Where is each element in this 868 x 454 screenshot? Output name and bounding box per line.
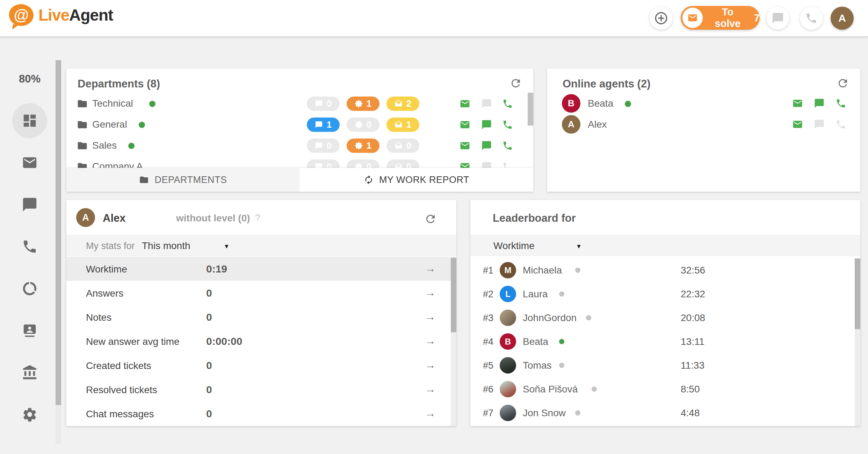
sidebar-item-contacts[interactable] <box>12 313 47 348</box>
stat-row[interactable]: Answers 0 → <box>66 281 456 305</box>
main-scrollbar[interactable] <box>56 60 61 444</box>
tab-my-work-report[interactable]: MY WORK REPORT <box>300 168 533 192</box>
call-action-icon[interactable] <box>836 98 846 109</box>
agent-avatar: L <box>500 286 516 302</box>
online-agents-title: Online agents (2) <box>563 78 650 90</box>
chevron-down-icon[interactable]: ▼ <box>576 243 582 250</box>
department-row[interactable]: Technical 012 <box>66 93 533 114</box>
department-name: Sales <box>92 140 117 151</box>
sidebar-item-dashboard[interactable] <box>12 103 47 138</box>
chats-badge: 0 <box>307 97 340 111</box>
call-action-icon[interactable] <box>502 119 513 130</box>
chats-badge: 0 <box>307 139 340 153</box>
chat-action-icon[interactable] <box>481 98 492 109</box>
to-solve-count: 7 <box>754 12 760 24</box>
agent-name: Beata <box>523 336 548 347</box>
agent-photo-avatar <box>500 310 516 326</box>
agent-photo-avatar <box>500 405 516 421</box>
mail-action-icon[interactable] <box>460 98 470 109</box>
sidebar-item-mail[interactable] <box>12 145 47 180</box>
agent-level: without level (0) <box>176 213 250 224</box>
refresh-icon[interactable] <box>424 213 437 225</box>
sidebar-item-settings-gear[interactable] <box>12 397 47 432</box>
mail-action-icon[interactable] <box>460 140 470 151</box>
leaderboard-row: #3 JohnGordon 20:08 <box>470 306 860 329</box>
mail-action-icon[interactable] <box>460 119 470 130</box>
stats-scrollbar-thumb[interactable] <box>451 258 456 332</box>
stats-for-label: My stats for <box>86 241 135 251</box>
metric-value: 32:56 <box>681 265 705 276</box>
stat-label: Notes <box>86 312 111 323</box>
chat-action-icon[interactable] <box>481 140 492 151</box>
help-icon[interactable]: ? <box>255 213 260 224</box>
main-scrollbar-thumb[interactable] <box>56 60 61 405</box>
to-solve-button[interactable]: To solve 7 <box>681 6 760 30</box>
metric-select[interactable]: Worktime <box>493 240 535 251</box>
leaderboard-scrollbar[interactable] <box>855 258 860 426</box>
chat-action-icon[interactable] <box>814 119 825 130</box>
sidebar-item-chat[interactable] <box>12 187 47 222</box>
metric-value: 22:32 <box>681 289 705 300</box>
agent-name: Beata <box>588 98 613 109</box>
call-action-icon[interactable] <box>836 119 846 130</box>
arrow-right-icon[interactable]: → <box>425 359 436 371</box>
stat-row[interactable]: New answer avg time 0:00:00 → <box>66 329 456 353</box>
chats-button[interactable] <box>766 7 789 30</box>
stat-label: Created tickets <box>86 360 151 371</box>
user-avatar[interactable]: A <box>831 7 854 30</box>
chats-icon <box>315 100 323 108</box>
arrow-right-icon[interactable]: → <box>425 286 436 299</box>
department-row[interactable]: Sales 010 <box>66 135 533 156</box>
stat-label: Chat messages <box>86 409 154 420</box>
sidebar-item-phone[interactable] <box>12 229 47 264</box>
chevron-down-icon[interactable]: ▼ <box>224 243 230 250</box>
open-mails-icon <box>395 100 403 108</box>
call-action-icon[interactable] <box>502 98 513 109</box>
rank-label: #1 <box>483 265 493 276</box>
metric-value: 8:50 <box>681 384 700 395</box>
mail-action-icon[interactable] <box>792 119 803 130</box>
arrow-right-icon[interactable]: → <box>425 335 436 347</box>
metric-value: 13:11 <box>681 336 704 347</box>
call-action-icon[interactable] <box>502 140 513 151</box>
sidebar-item-company[interactable] <box>12 355 47 390</box>
period-select[interactable]: This month <box>142 240 190 251</box>
agent-avatar: M <box>500 262 516 278</box>
tab-departments[interactable]: DEPARTMENTS <box>66 168 300 192</box>
chat-bubble-icon <box>772 12 784 24</box>
department-row[interactable]: General 101 <box>66 114 533 135</box>
leaderboard-title: Leaderboard for <box>493 212 576 225</box>
offline-dot <box>592 386 597 392</box>
arrow-right-icon[interactable]: → <box>425 262 436 275</box>
offline-dot <box>575 410 580 416</box>
leaderboard-card: Leaderboard for Worktime ▼ #1 M Michaela… <box>470 200 860 426</box>
stat-row[interactable]: Chat messages 0 → <box>66 402 456 426</box>
folder-icon <box>77 98 88 109</box>
stat-label: Worktime <box>86 264 127 275</box>
department-name: General <box>92 119 127 130</box>
stat-row[interactable]: Notes 0 → <box>66 305 456 329</box>
offline-dot <box>559 363 564 368</box>
chats-badge: 1 <box>307 118 340 132</box>
leaderboard-scrollbar-thumb[interactable] <box>855 258 860 329</box>
arrow-right-icon[interactable]: → <box>425 311 436 323</box>
mail-action-icon[interactable] <box>792 98 803 109</box>
chats-icon <box>315 121 323 129</box>
chat-action-icon[interactable] <box>481 119 492 130</box>
create-new-button[interactable] <box>650 7 673 30</box>
arrow-right-icon[interactable]: → <box>425 383 436 396</box>
stat-row[interactable]: Resolved tickets 0 → <box>66 377 456 402</box>
chat-action-icon[interactable] <box>814 98 825 109</box>
sidebar-item-reports-donut[interactable] <box>12 271 47 306</box>
refresh-icon[interactable] <box>837 77 849 90</box>
arrow-right-icon[interactable]: → <box>425 407 436 420</box>
calls-button[interactable] <box>800 7 823 30</box>
offline-dot <box>575 268 580 273</box>
agent-avatar: B <box>500 333 516 350</box>
stat-row[interactable]: Created tickets 0 → <box>66 353 456 377</box>
refresh-icon[interactable] <box>509 77 522 90</box>
stat-label: Resolved tickets <box>86 384 157 396</box>
stat-row[interactable]: Worktime 0:19 → <box>66 257 456 281</box>
departments-scrollbar[interactable] <box>528 93 533 126</box>
stats-scrollbar[interactable] <box>451 257 456 426</box>
